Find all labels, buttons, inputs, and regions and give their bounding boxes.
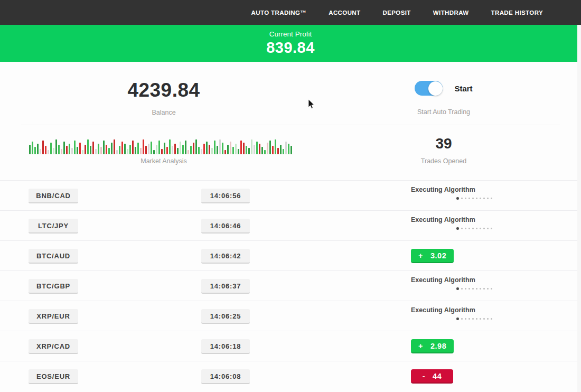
trade-row: LTC/JPY14:06:46Executing Algorithm [0,210,581,240]
trade-row: BTC/GBP14:06:37Executing Algorithm [0,270,581,301]
top-nav-bar: AUTO TRADING™ACCOUNTDEPOSITWITHDRAWTRADE… [0,0,581,25]
auto-trading-label: Start Auto Trading [327,108,560,116]
result-sign: + [418,251,423,260]
result-value: 44 [433,372,442,380]
trade-row: XRP/EUR14:06:25Executing Algorithm [0,301,581,331]
auto-trading-block: Start Start Auto Trading [327,62,560,116]
trade-status: Executing Algorithm [411,181,538,210]
trade-result-badge: +3.02 [411,249,454,263]
trade-pair-badge: LTC/JPY [29,219,78,234]
nav-item-withdraw[interactable]: WITHDRAW [433,10,469,16]
progress-dots [411,318,538,320]
nav-item-auto-trading[interactable]: AUTO TRADING™ [251,10,307,16]
auto-trading-toggle[interactable] [415,81,443,96]
toggle-knob [428,81,443,96]
result-sign: - [423,372,425,380]
nav-item-deposit[interactable]: DEPOSIT [383,10,411,16]
trade-time-badge: 14:06:25 [201,309,250,324]
progress-dots [411,197,538,200]
trade-row: BNB/CAD14:06:56Executing Algorithm [0,180,581,210]
trade-status: Executing Algorithm [411,271,538,301]
trade-pair-badge: BNB/CAD [29,189,78,203]
trade-status: +2.98 [411,331,538,361]
trade-pair-badge: BTC/AUD [29,249,78,264]
executing-algorithm-label: Executing Algorithm [411,216,538,223]
result-value: 2.98 [430,342,446,350]
trade-list: BNB/CAD14:06:56Executing AlgorithmLTC/JP… [0,180,581,391]
trade-result-badge: +2.98 [411,339,454,353]
trade-status: Executing Algorithm [411,211,538,240]
market-analysis-label: Market Analysis [0,157,327,165]
trade-status: +3.02 [411,241,538,270]
current-profit-value: 839.84 [0,39,581,57]
stats-section: 4239.84 Balance Start Start Auto Trading… [0,62,581,180]
trade-row: BTC/AUD14:06:42+3.02 [0,240,581,270]
trade-pair-badge: XRP/CAD [29,339,78,354]
trade-time-badge: 14:06:37 [201,279,250,294]
current-profit-label: Current Profit [0,30,581,38]
result-value: 3.02 [430,251,446,260]
progress-dots [411,287,538,290]
executing-algorithm-label: Executing Algorithm [411,186,538,193]
trade-status: Executing Algorithm [411,301,538,331]
trade-row: EOS/EUR14:06:08-44 [0,361,581,391]
trade-pair-badge: BTC/GBP [29,279,78,294]
current-profit-banner: Current Profit 839.84 [0,25,581,62]
trade-time-badge: 14:06:56 [201,189,250,203]
result-sign: + [418,342,423,350]
trade-status: -44 [411,361,538,391]
trade-time-badge: 14:06:18 [201,339,250,354]
trade-result-badge: -44 [411,369,453,384]
trade-time-badge: 14:06:46 [201,219,250,234]
market-analysis-chart [29,136,297,154]
progress-dots [411,227,538,230]
executing-algorithm-label: Executing Algorithm [411,306,538,314]
balance-label: Balance [0,109,327,116]
executing-algorithm-label: Executing Algorithm [411,276,538,284]
trades-opened-value: 39 [327,135,560,152]
trade-pair-badge: XRP/EUR [29,309,78,324]
balance-block: 4239.84 Balance [0,62,327,116]
trades-opened-label: Trades Opened [327,157,560,165]
scrollbar-track[interactable] [577,25,581,392]
nav-item-trade-history[interactable]: TRADE HISTORY [491,10,543,16]
toggle-start-label: Start [454,84,472,93]
trade-row: XRP/CAD14:06:18+2.98 [0,331,581,361]
balance-value: 4239.84 [0,79,327,101]
trade-pair-badge: EOS/EUR [29,369,78,384]
nav-item-account[interactable]: ACCOUNT [329,10,360,16]
trade-time-badge: 14:06:42 [201,249,250,264]
trades-opened-block: 39 Trades Opened [327,125,560,165]
trade-time-badge: 14:06:08 [201,369,250,384]
market-analysis-block: Market Analysis [0,125,327,165]
